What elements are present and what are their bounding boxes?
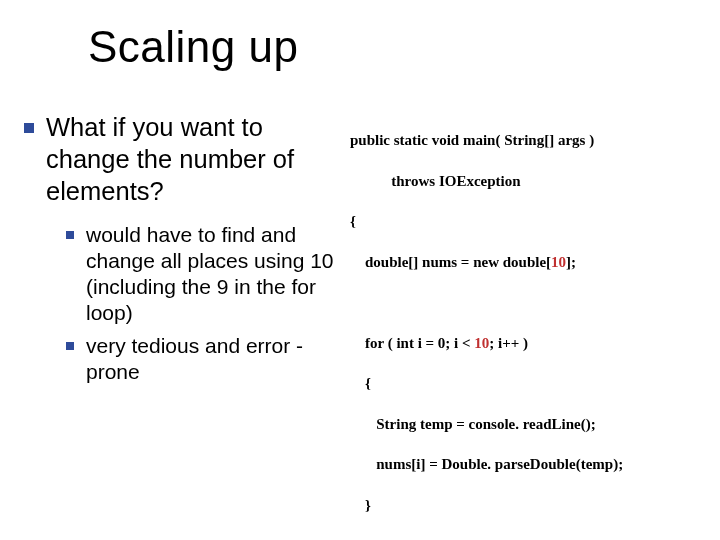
slide-content: What if you want to change the number of… [20,110,710,520]
code-line: throws IOException [350,171,710,191]
code-frag: ; i++ ) [489,335,528,351]
code-literal-10: 10 [474,335,489,351]
code-line: nums[i] = Double. parseDouble(temp); [350,454,710,474]
bullet-main-text: What if you want to change the number of… [46,113,294,205]
code-column: public static void main( String[] args )… [340,110,710,520]
slide: Scaling up What if you want to change th… [0,0,720,540]
bullet-sub-1: would have to find and change all places… [64,222,340,327]
bullet-main: What if you want to change the number of… [20,112,340,385]
code-line: for ( int i = 0; i < 10; i++ ) [350,333,710,353]
code-line: String temp = console. readLine(); [350,414,710,434]
bullet-column: What if you want to change the number of… [20,110,340,520]
code-line: public static void main( String[] args ) [350,130,710,150]
code-line: { [350,211,710,231]
code-line: double[] nums = new double[10]; [350,252,710,272]
code-blank [350,292,710,312]
code-frag: for ( int i = 0; i < [350,335,474,351]
bullet-sub-2: very tedious and error -prone [64,333,340,386]
bullet-list-level2: would have to find and change all places… [64,222,340,386]
slide-title: Scaling up [88,22,298,72]
bullet-list-level1: What if you want to change the number of… [20,112,340,385]
code-literal-10: 10 [551,254,566,270]
code-blank [350,535,710,540]
code-line: } [350,495,710,515]
code-frag: double[] nums = new double[ [350,254,551,270]
code-line: { [350,373,710,393]
code-frag: ]; [566,254,576,270]
